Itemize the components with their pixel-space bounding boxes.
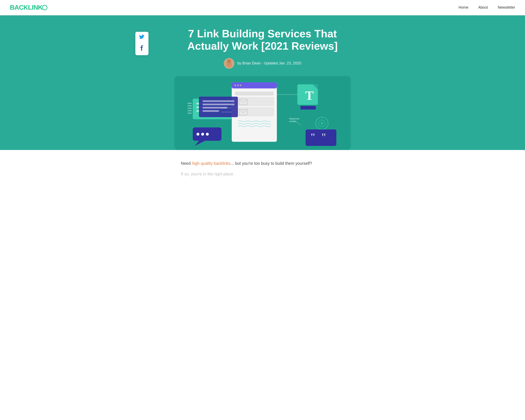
svg-point-5 [227, 59, 231, 62]
svg-rect-51 [289, 121, 296, 122]
intro-text-after: ... but you're too busy to build them yo… [231, 161, 312, 166]
svg-rect-25 [188, 113, 192, 114]
author-text: by Brian Dean · Updated Jan. 23, 2020 [237, 61, 301, 66]
svg-rect-24 [188, 110, 192, 111]
nav-link-newsletter[interactable]: Newsletter [498, 5, 515, 10]
svg-rect-27 [203, 100, 234, 102]
nav-item-newsletter[interactable]: Newsletter [498, 5, 515, 10]
logo-circle [42, 5, 47, 10]
hero-illustration: T " " [174, 76, 351, 150]
svg-rect-29 [203, 107, 227, 109]
svg-point-3 [228, 62, 229, 63]
svg-point-45 [321, 122, 323, 124]
svg-point-4 [230, 62, 230, 63]
svg-rect-46 [306, 129, 336, 146]
svg-text:": " [322, 131, 326, 143]
svg-rect-15 [235, 108, 273, 116]
hero-title-wrap: 7 Link Building Services That Actually W… [150, 28, 375, 150]
social-sidebar [135, 32, 149, 55]
svg-text:": " [311, 131, 315, 143]
nav-link-home[interactable]: Home [459, 5, 469, 10]
svg-rect-13 [235, 97, 273, 106]
svg-rect-23 [188, 108, 192, 109]
svg-text:T: T [305, 88, 314, 102]
intro-link[interactable]: high quality backlinks [192, 161, 231, 166]
svg-rect-39 [300, 106, 316, 110]
svg-point-33 [197, 133, 199, 136]
svg-rect-50 [289, 118, 300, 119]
svg-rect-28 [203, 104, 234, 105]
svg-point-35 [206, 133, 209, 136]
author-avatar [224, 58, 234, 69]
svg-rect-12 [235, 92, 273, 95]
intro-subtext: If so, you're in the right place. [181, 171, 344, 178]
intro-text-before: Need [181, 161, 192, 166]
hero-section: 7 Link Building Services That Actually W… [0, 15, 525, 150]
svg-point-9 [234, 85, 236, 86]
svg-rect-21 [188, 103, 192, 104]
nav-item-about[interactable]: About [478, 5, 488, 10]
logo-text: BACKLINK [10, 4, 42, 11]
content-section: Need high quality backlinks... but you'r… [174, 150, 351, 187]
svg-rect-22 [188, 105, 192, 106]
twitter-icon[interactable] [139, 35, 145, 42]
logo[interactable]: BACKLINK [10, 4, 47, 11]
facebook-icon[interactable] [140, 45, 144, 52]
svg-point-11 [240, 85, 241, 86]
svg-point-34 [201, 133, 204, 136]
author-line: by Brian Dean · Updated Jan. 23, 2020 [166, 58, 359, 69]
hero-inner: 7 Link Building Services That Actually W… [150, 28, 375, 150]
nav-links: Home About Newsletter [459, 5, 515, 10]
svg-rect-30 [203, 110, 219, 112]
nav-item-home[interactable]: Home [459, 5, 469, 10]
svg-point-10 [237, 85, 239, 86]
hero-title: 7 Link Building Services That Actually W… [166, 28, 359, 52]
navbar: BACKLINK Home About Newsletter [0, 0, 525, 15]
intro-paragraph: Need high quality backlinks... but you'r… [181, 160, 344, 167]
nav-link-about[interactable]: About [478, 5, 488, 10]
